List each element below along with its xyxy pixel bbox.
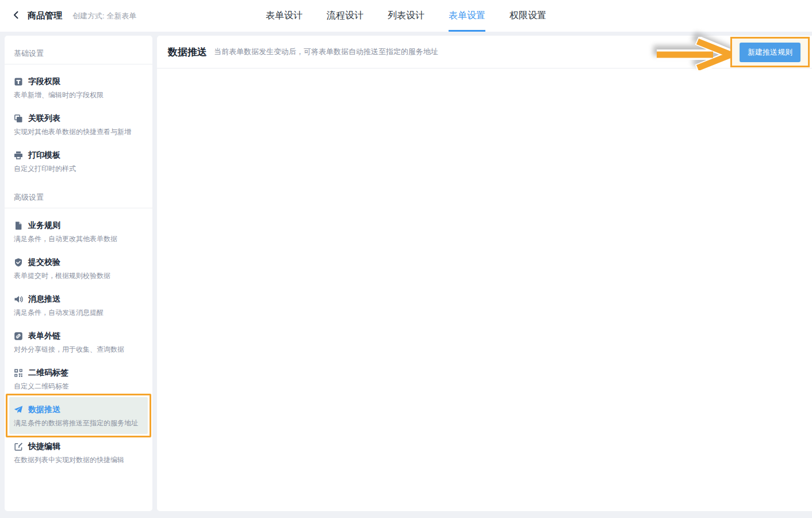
submit-validation-icon <box>14 258 23 267</box>
sidebar-item-title: 消息推送 <box>28 294 60 304</box>
sidebar-item-title: 关联列表 <box>28 113 60 124</box>
sidebar-section-title: 高级设置 <box>5 180 152 208</box>
data-push-icon <box>14 405 23 414</box>
sidebar-item-description: 在数据列表中实现对数据的快捷编辑 <box>14 456 143 464</box>
sidebar-item-title: 提交校验 <box>28 257 60 268</box>
sidebar-item-title: 字段权限 <box>28 77 60 87</box>
sidebar-item-form-link[interactable]: 表单外链对外分享链接，用于收集、查询数据 <box>5 323 152 360</box>
sidebar-item-description: 自定义打印时的样式 <box>14 165 143 173</box>
sidebar-item-related-list[interactable]: 关联列表实现对其他表单数据的快捷查看与新增 <box>5 106 152 143</box>
tab-form-settings[interactable]: 表单设置 <box>449 0 485 32</box>
print-template-icon <box>14 151 23 160</box>
page-title: 商品管理 <box>28 10 62 21</box>
sidebar-item-title: 表单外链 <box>28 331 60 341</box>
business-rule-icon <box>14 221 23 230</box>
sidebar-item-message-push[interactable]: 消息推送满足条件，自动发送消息提醒 <box>5 287 152 323</box>
main-panel-header: 数据推送 当前表单数据发生变动后，可将表单数据自动推送至指定的服务地址 <box>157 36 812 68</box>
sidebar-section-items: 字段权限表单新增、编辑时的字段权限关联列表实现对其他表单数据的快捷查看与新增打印… <box>5 64 152 180</box>
main-panel: 数据推送 当前表单数据发生变动后，可将表单数据自动推送至指定的服务地址 新建推送… <box>157 36 812 511</box>
top-header: 商品管理 创建方式: 全新表单 表单设计流程设计列表设计表单设置权限设置 <box>0 0 812 32</box>
sidebar-section-title: 基础设置 <box>5 36 152 64</box>
form-link-icon <box>14 332 23 341</box>
chevron-left-icon <box>12 10 21 22</box>
sidebar-item-qrcode-label[interactable]: 二维码标签自定义二维码标签 <box>5 360 152 397</box>
content-layout: 基础设置字段权限表单新增、编辑时的字段权限关联列表实现对其他表单数据的快捷查看与… <box>0 32 812 515</box>
sidebar-item-title: 打印模板 <box>28 150 60 161</box>
message-push-icon <box>14 295 23 304</box>
sidebar-item-print-template[interactable]: 打印模板自定义打印时的样式 <box>5 143 152 180</box>
tab-flow-design[interactable]: 流程设计 <box>327 0 363 32</box>
sidebar-item-description: 满足条件，自动发送消息提醒 <box>14 308 143 317</box>
sidebar-item-quick-edit[interactable]: 快捷编辑在数据列表中实现对数据的快捷编辑 <box>5 434 152 471</box>
sidebar-item-field-permission[interactable]: 字段权限表单新增、编辑时的字段权限 <box>5 69 152 106</box>
sidebar-item-title: 数据推送 <box>28 405 60 415</box>
quick-edit-icon <box>14 442 23 451</box>
center-tab-bar: 表单设计流程设计列表设计表单设置权限设置 <box>266 0 546 32</box>
sidebar-item-description: 满足条件，自动更改其他表单数据 <box>14 235 143 243</box>
create-push-rule-button[interactable]: 新建推送规则 <box>740 43 800 62</box>
main-section-title: 数据推送 <box>168 45 207 59</box>
sidebar-item-title: 业务规则 <box>28 220 60 231</box>
sidebar-item-submit-validation[interactable]: 提交校验表单提交时，根据规则校验数据 <box>5 250 152 287</box>
back-button[interactable] <box>9 9 23 23</box>
orange-ring-annotation <box>6 394 151 437</box>
sidebar-item-title: 二维码标签 <box>28 368 68 378</box>
sidebar-item-business-rule[interactable]: 业务规则满足条件，自动更改其他表单数据 <box>5 213 152 250</box>
tab-list-design[interactable]: 列表设计 <box>388 0 424 32</box>
tab-form-design[interactable]: 表单设计 <box>266 0 302 32</box>
sidebar-section-items: 业务规则满足条件，自动更改其他表单数据提交校验表单提交时，根据规则校验数据消息推… <box>5 208 152 471</box>
creation-mode-label: 创建方式: 全新表单 <box>72 11 136 21</box>
sidebar-item-description: 对外分享链接，用于收集、查询数据 <box>14 345 143 353</box>
sidebar-item-data-push[interactable]: 数据推送满足条件的数据将推送至指定的服务地址 <box>9 397 148 434</box>
sidebar-item-title: 快捷编辑 <box>28 441 60 452</box>
tab-perm-settings[interactable]: 权限设置 <box>510 0 546 32</box>
field-permission-icon <box>14 77 23 86</box>
main-section-description: 当前表单数据发生变动后，可将表单数据自动推送至指定的服务地址 <box>214 47 438 57</box>
sidebar-item-description: 满足条件的数据将推送至指定的服务地址 <box>14 419 143 427</box>
qrcode-label-icon <box>14 368 23 378</box>
sidebar-item-description: 表单提交时，根据规则校验数据 <box>14 272 143 280</box>
sidebar-item-description: 表单新增、编辑时的字段权限 <box>14 91 143 99</box>
related-list-icon <box>14 114 23 123</box>
orange-box-annotation: 新建推送规则 <box>730 37 810 67</box>
sidebar-item-description: 实现对其他表单数据的快捷查看与新增 <box>14 128 143 136</box>
sidebar-item-description: 自定义二维码标签 <box>14 382 143 390</box>
settings-sidebar: 基础设置字段权限表单新增、编辑时的字段权限关联列表实现对其他表单数据的快捷查看与… <box>5 36 152 511</box>
